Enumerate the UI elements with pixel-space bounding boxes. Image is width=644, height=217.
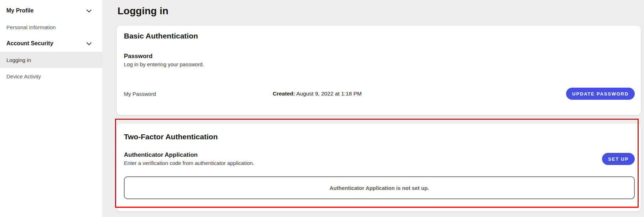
sidebar-item-label: Personal Information xyxy=(6,24,56,30)
update-password-button[interactable]: UPDATE PASSWORD xyxy=(566,88,635,100)
authenticator-application-title: Authenticator Application xyxy=(124,151,602,159)
two-factor-authentication-title: Two-Factor Authentication xyxy=(124,132,635,141)
credential-created-meta: Created: August 9, 2022 at 1:18 PM xyxy=(273,91,566,97)
chevron-down-icon xyxy=(87,40,91,45)
sidebar-item-label: Device Activity xyxy=(6,73,41,79)
password-section-description: Log in by entering your password. xyxy=(124,61,635,68)
sidebar-item-logging-in[interactable]: Logging in xyxy=(0,52,102,68)
sidebar-item-my-profile[interactable]: My Profile xyxy=(0,2,102,19)
authenticator-application-description: Enter a verification code from authentic… xyxy=(124,160,602,166)
authenticator-application-row: Authenticator Application Enter a verifi… xyxy=(124,151,635,166)
created-value: August 9, 2022 at 1:18 PM xyxy=(295,91,362,97)
main-content: Logging in Basic Authentication Password… xyxy=(117,0,641,211)
set-up-button[interactable]: SET UP xyxy=(602,153,635,165)
basic-authentication-card: Basic Authentication Password Log in by … xyxy=(117,26,641,115)
sidebar-item-device-activity[interactable]: Device Activity xyxy=(0,68,102,84)
sidebar-item-personal-information[interactable]: Personal Information xyxy=(0,19,102,35)
account-security-page: My Profile Personal Information Account … xyxy=(0,0,644,217)
chevron-down-icon xyxy=(87,7,91,12)
sidebar-item-label: My Profile xyxy=(6,7,33,14)
authenticator-empty-state: Authenticator Application is not set up. xyxy=(124,176,635,199)
sidebar-item-label: Logging in xyxy=(6,57,31,63)
sidebar: My Profile Personal Information Account … xyxy=(0,0,102,217)
password-section-title: Password xyxy=(124,53,635,60)
credential-name: My Password xyxy=(124,91,273,97)
sidebar-item-label: Account Security xyxy=(6,40,53,47)
created-label: Created: xyxy=(273,91,295,97)
authenticator-empty-state-text: Authenticator Application is not set up. xyxy=(330,185,429,191)
basic-authentication-title: Basic Authentication xyxy=(124,31,635,40)
sidebar-item-account-security[interactable]: Account Security xyxy=(0,35,102,52)
password-credential-row: My Password Created: August 9, 2022 at 1… xyxy=(124,88,635,100)
page-title: Logging in xyxy=(117,5,641,17)
two-factor-authentication-card: Two-Factor Authentication Authenticator … xyxy=(117,124,641,211)
authenticator-application-text: Authenticator Application Enter a verifi… xyxy=(124,151,602,166)
